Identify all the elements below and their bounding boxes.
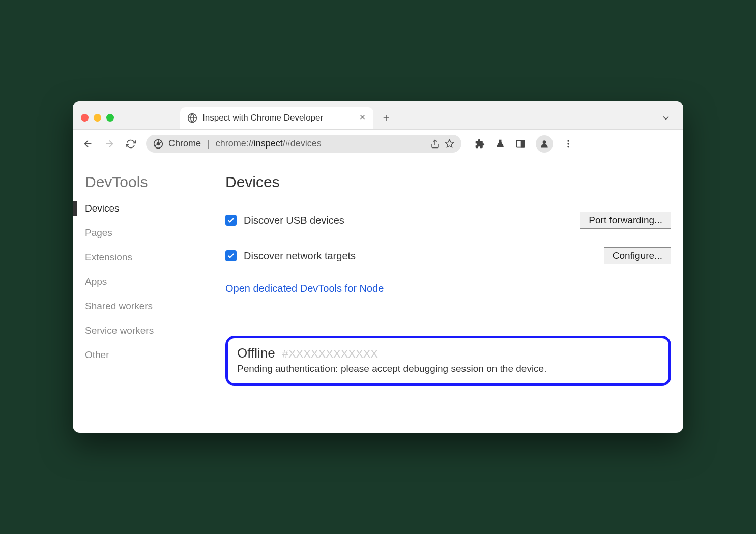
tab-list-button[interactable] bbox=[661, 113, 671, 123]
configure-button[interactable]: Configure... bbox=[604, 247, 671, 264]
sidebar: DevTools Devices Pages Extensions Apps S… bbox=[73, 173, 205, 402]
url-text: chrome://inspect/#devices bbox=[216, 138, 322, 149]
browser-window: Inspect with Chrome Developer Chrome bbox=[73, 101, 683, 433]
url-separator: | bbox=[207, 138, 210, 149]
toolbar: Chrome | chrome://inspect/#devices bbox=[73, 130, 683, 158]
discover-usb-label: Discover USB devices bbox=[244, 215, 344, 226]
device-id: #XXXXXXXXXXXX bbox=[282, 347, 378, 361]
svg-rect-6 bbox=[521, 140, 525, 147]
device-header: Offline #XXXXXXXXXXXX bbox=[237, 345, 659, 361]
page-content: DevTools Devices Pages Extensions Apps S… bbox=[73, 158, 683, 433]
main-panel: Devices Discover USB devices Port forwar… bbox=[205, 173, 683, 402]
svg-point-8 bbox=[567, 140, 569, 141]
device-message: Pending authentication: please accept de… bbox=[237, 363, 659, 374]
sidebar-item-other[interactable]: Other bbox=[85, 349, 205, 361]
new-tab-button[interactable] bbox=[382, 113, 391, 123]
maximize-window-button[interactable] bbox=[106, 114, 114, 122]
profile-button[interactable] bbox=[536, 135, 553, 153]
tab-title: Inspect with Chrome Developer bbox=[202, 113, 354, 123]
sidebar-item-service-workers[interactable]: Service workers bbox=[85, 325, 205, 336]
back-button[interactable] bbox=[82, 138, 94, 150]
labs-icon[interactable] bbox=[495, 139, 505, 149]
device-status: Offline bbox=[237, 345, 275, 361]
url-scheme-label: Chrome bbox=[168, 138, 201, 149]
tab-strip: Inspect with Chrome Developer bbox=[73, 101, 683, 130]
globe-icon bbox=[187, 113, 197, 123]
sidebar-item-extensions[interactable]: Extensions bbox=[85, 252, 205, 263]
discover-usb-row: Discover USB devices Port forwarding... bbox=[225, 212, 671, 229]
forward-button[interactable] bbox=[103, 138, 115, 150]
discover-usb-checkbox[interactable] bbox=[225, 215, 237, 226]
share-icon[interactable] bbox=[430, 139, 440, 149]
reload-button[interactable] bbox=[125, 139, 137, 149]
svg-point-9 bbox=[567, 143, 569, 144]
port-forwarding-button[interactable]: Port forwarding... bbox=[580, 212, 671, 229]
sidebar-item-devices[interactable]: Devices bbox=[85, 203, 205, 214]
device-box: Offline #XXXXXXXXXXXX Pending authentica… bbox=[225, 336, 671, 386]
close-tab-icon[interactable] bbox=[359, 113, 366, 123]
minimize-window-button[interactable] bbox=[94, 114, 101, 122]
chrome-icon bbox=[153, 139, 163, 149]
browser-tab[interactable]: Inspect with Chrome Developer bbox=[180, 107, 373, 129]
svg-point-2 bbox=[157, 142, 160, 145]
extensions-icon[interactable] bbox=[475, 139, 485, 149]
sidebar-item-apps[interactable]: Apps bbox=[85, 276, 205, 287]
discover-network-label: Discover network targets bbox=[244, 250, 356, 262]
discover-network-checkbox[interactable] bbox=[225, 250, 237, 261]
sidebar-item-pages[interactable]: Pages bbox=[85, 227, 205, 239]
sidebar-item-shared-workers[interactable]: Shared workers bbox=[85, 301, 205, 312]
toolbar-actions bbox=[475, 135, 573, 153]
svg-marker-3 bbox=[446, 140, 454, 147]
close-window-button[interactable] bbox=[81, 114, 89, 122]
side-panel-icon[interactable] bbox=[515, 139, 526, 149]
sidebar-title: DevTools bbox=[85, 173, 205, 191]
bookmark-star-icon[interactable] bbox=[445, 139, 454, 149]
window-controls bbox=[81, 114, 114, 122]
menu-icon[interactable] bbox=[563, 139, 573, 149]
main-heading: Devices bbox=[225, 173, 671, 199]
discover-network-row: Discover network targets Configure... bbox=[225, 247, 671, 264]
url-bar[interactable]: Chrome | chrome://inspect/#devices bbox=[146, 135, 461, 153]
svg-point-10 bbox=[567, 146, 569, 147]
svg-point-7 bbox=[543, 140, 546, 144]
open-node-devtools-link[interactable]: Open dedicated DevTools for Node bbox=[225, 283, 671, 305]
